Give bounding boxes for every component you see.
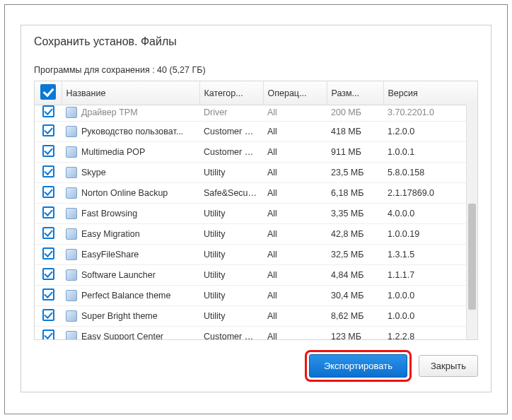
table-row[interactable]: Руководство пользоват...Customer Su...Al… <box>35 122 477 142</box>
table-row[interactable]: SkypeUtilityAll23,5 МБ5.8.0.158 <box>35 163 477 183</box>
close-button[interactable]: Закрыть <box>419 355 478 377</box>
scroll-thumb[interactable] <box>468 204 476 310</box>
cell-version: 1.0.0.0 <box>383 306 477 327</box>
app-icon <box>66 187 77 199</box>
cell-category: Customer Su... <box>199 142 263 163</box>
export-button[interactable]: Экспортировать <box>309 354 407 378</box>
cell-operation: All <box>263 306 327 327</box>
row-checkbox[interactable] <box>42 288 54 301</box>
cell-size: 4,84 МБ <box>327 265 383 286</box>
cell-name: Easy Migration <box>81 229 140 239</box>
cell-name: Super Bright theme <box>81 311 158 321</box>
cell-version: 1.0.0.1 <box>383 142 477 163</box>
cell-name: Skype <box>81 168 106 177</box>
cell-size: 32,5 МБ <box>327 245 383 265</box>
cell-size: 30,4 МБ <box>327 286 383 306</box>
column-size[interactable]: Разм... <box>327 81 383 105</box>
row-checkbox[interactable] <box>42 227 54 239</box>
app-icon <box>66 228 77 240</box>
row-checkbox[interactable] <box>42 247 54 259</box>
cell-size: 200 МБ <box>327 105 383 122</box>
cell-version: 5.8.0.158 <box>383 163 477 183</box>
app-icon <box>66 269 77 281</box>
table-row[interactable]: Perfect Balance themeUtilityAll30,4 МБ1.… <box>35 286 477 306</box>
cell-category: Utility <box>199 204 263 224</box>
cell-operation: All <box>263 224 327 245</box>
row-checkbox[interactable] <box>42 206 54 218</box>
cell-version: 2.1.17869.0 <box>383 183 477 204</box>
cell-name: Multimedia POP <box>81 147 145 157</box>
cell-category: Utility <box>199 286 263 306</box>
cell-category: Utility <box>199 245 263 265</box>
select-all-checkbox[interactable] <box>40 84 56 100</box>
app-icon <box>66 331 77 340</box>
cell-version: 1.3.1.5 <box>383 245 477 265</box>
cell-size: 23,5 МБ <box>327 163 383 183</box>
cell-name: Fast Browsing <box>81 209 137 218</box>
cell-operation: All <box>263 245 327 265</box>
table-row[interactable]: Easy Support CenterCustomer Su...All123 … <box>35 327 477 341</box>
table-row[interactable]: Norton Online BackupSafe&SecurityAll6,18… <box>35 183 477 204</box>
column-operation[interactable]: Операц... <box>263 81 327 105</box>
table-row[interactable]: Easy MigrationUtilityAll42,8 МБ1.0.0.19 <box>35 224 477 245</box>
cell-operation: All <box>263 105 327 122</box>
cell-operation: All <box>263 204 327 224</box>
cell-category: Safe&Security <box>199 183 263 204</box>
cell-name: Software Launcher <box>81 270 156 280</box>
cell-operation: All <box>263 142 327 163</box>
column-name[interactable]: Название <box>62 81 199 105</box>
cell-name: Norton Online Backup <box>81 188 168 198</box>
cell-size: 42,8 МБ <box>327 224 383 245</box>
app-icon <box>66 249 77 260</box>
cell-category: Utility <box>199 224 263 245</box>
row-checkbox[interactable] <box>42 329 54 340</box>
table-body: Драйвер TPM Driver All 200 МБ 3.70.2201.… <box>35 105 477 340</box>
app-icon <box>66 167 77 178</box>
cell-category: Utility <box>199 265 263 286</box>
table-row[interactable]: Fast BrowsingUtilityAll3,35 МБ4.0.0.0 <box>35 204 477 224</box>
table-row[interactable]: Software LauncherUtilityAll4,84 МБ1.1.1.… <box>35 265 477 286</box>
cell-version: 4.0.0.0 <box>383 204 477 224</box>
cell-category: Customer Su... <box>199 327 263 341</box>
vertical-scrollbar[interactable] <box>466 105 477 339</box>
dialog-panel: Сохранить установ. Файлы Программы для с… <box>21 25 491 392</box>
cell-name: Драйвер TPM <box>81 107 138 117</box>
cell-size: 3,35 МБ <box>327 204 383 224</box>
column-category[interactable]: Категор... <box>199 81 263 105</box>
cell-operation: All <box>263 183 327 204</box>
table-row[interactable]: EasyFileShareUtilityAll32,5 МБ1.3.1.5 <box>35 245 477 265</box>
row-checkbox[interactable] <box>42 105 54 117</box>
summary-text: Программы для сохранения : 40 (5,27 ГБ) <box>21 65 491 81</box>
app-icon <box>66 107 77 118</box>
app-icon <box>66 290 77 301</box>
row-checkbox[interactable] <box>42 309 54 321</box>
select-all-header[interactable] <box>35 81 62 105</box>
cell-category: Utility <box>199 306 263 327</box>
column-version[interactable]: Версия <box>383 81 477 105</box>
cell-size: 8,62 МБ <box>327 306 383 327</box>
cell-size: 911 МБ <box>327 142 383 163</box>
window-frame: Сохранить установ. Файлы Программы для с… <box>4 4 508 414</box>
cell-name: Руководство пользоват... <box>81 127 183 136</box>
cell-operation: All <box>263 265 327 286</box>
cell-size: 123 МБ <box>327 327 383 341</box>
cell-operation: All <box>263 163 327 183</box>
app-icon <box>66 310 77 322</box>
table-row-partial[interactable]: Драйвер TPM Driver All 200 МБ 3.70.2201.… <box>35 105 477 122</box>
table-row[interactable]: Multimedia POPCustomer Su...All911 МБ1.0… <box>35 142 477 163</box>
row-checkbox[interactable] <box>42 268 54 280</box>
row-checkbox[interactable] <box>42 186 54 198</box>
cell-version: 1.1.1.7 <box>383 265 477 286</box>
table-row[interactable]: Super Bright themeUtilityAll8,62 МБ1.0.0… <box>35 306 477 327</box>
row-checkbox[interactable] <box>42 165 54 177</box>
row-checkbox[interactable] <box>42 145 54 157</box>
cell-size: 418 МБ <box>327 122 383 142</box>
cell-name: EasyFileShare <box>81 250 139 259</box>
cell-category: Driver <box>199 105 263 122</box>
table-header-row: Название Категор... Операц... Разм... Ве… <box>35 81 477 105</box>
app-icon <box>66 126 77 137</box>
cell-operation: All <box>263 286 327 306</box>
cell-version: 1.2.0.0 <box>383 122 477 142</box>
app-icon <box>66 208 77 219</box>
row-checkbox[interactable] <box>42 124 54 136</box>
